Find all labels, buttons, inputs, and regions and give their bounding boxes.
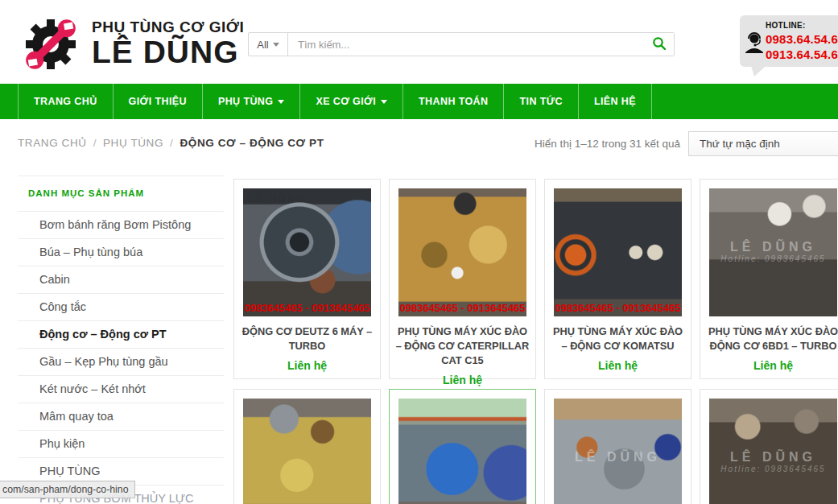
- product-card-hovered[interactable]: [389, 389, 536, 504]
- logo-text: PHỤ TÙNG CƠ GIỚI LÊ DŨNG: [92, 19, 244, 68]
- support-agent-icon: [744, 19, 766, 67]
- breadcrumb-section[interactable]: PHỤ TÙNG: [103, 137, 163, 149]
- nav-item-xe-co-gioi[interactable]: XE CƠ GIỚI: [300, 84, 403, 119]
- chevron-down-icon: [381, 100, 387, 104]
- hotline-phone-1[interactable]: 0983.64.54.65: [766, 31, 838, 47]
- nav-item-lien-he[interactable]: LIÊN HỆ: [579, 84, 652, 119]
- product-image[interactable]: [243, 399, 371, 504]
- sidebar-item-phu-kien[interactable]: Phụ kiện: [18, 431, 224, 458]
- main-nav: TRANG CHỦ GIỚI THIỆU PHỤ TÙNG XE CƠ GIỚI…: [0, 84, 838, 119]
- search-category-label: All: [257, 39, 268, 51]
- product-card[interactable]: LÊ DŨNG Hotline: 0983645465: [700, 389, 838, 504]
- breadcrumb: TRANG CHỦ/PHỤ TÙNG/ĐỘNG CƠ – ĐỘNG CƠ PT: [18, 137, 324, 149]
- search-category-dropdown[interactable]: All: [249, 33, 288, 56]
- sidebar-item-gau[interactable]: Gầu – Kẹp Phụ tùng gầu: [18, 349, 224, 376]
- breadcrumb-current: ĐỘNG CƠ – ĐỘNG CƠ PT: [180, 137, 324, 149]
- page: PHỤ TÙNG CƠ GIỚI LÊ DŨNG All: [0, 0, 838, 504]
- search-button[interactable]: [645, 33, 674, 56]
- product-image[interactable]: LÊ DŨNG: [554, 399, 682, 504]
- product-image[interactable]: 0983645465 - 0913645465: [554, 188, 682, 316]
- nav-item-gioi-thieu[interactable]: GIỚI THIỆU: [114, 84, 203, 119]
- sort-order-select[interactable]: Thứ tự mặc định: [688, 131, 838, 156]
- sidebar-item-cong-tac[interactable]: Công tắc: [18, 294, 224, 321]
- logo-tagline: PHỤ TÙNG CƠ GIỚI: [92, 19, 244, 36]
- product-title[interactable]: ĐỘNG CƠ DEUTZ 6 MÁY – TURBO: [234, 324, 380, 353]
- product-title[interactable]: PHỤ TÙNG MÁY XÚC ĐÀO – ĐỘNG CƠ KOMATSU: [545, 324, 691, 353]
- link-status-tooltip: com/san-pham/dong-co-hino: [0, 481, 135, 498]
- header: PHỤ TÙNG CƠ GIỚI LÊ DŨNG All: [0, 0, 838, 84]
- hotline-bubble: HOTLINE: 0983.64.54.65 0913.64.54.65: [740, 15, 838, 67]
- contact-link[interactable]: Liên hệ: [234, 359, 380, 372]
- search-bar: All: [248, 32, 675, 56]
- contact-link[interactable]: Liên hệ: [700, 359, 838, 372]
- sidebar-item-mam-quay-toa[interactable]: Mâm quay toa: [18, 403, 224, 431]
- sidebar-item-ket-nuoc[interactable]: Két nước – Két nhớt: [18, 376, 224, 403]
- product-card[interactable]: LÊ DŨNG 0983645465 - 0913645465 ĐỘNG CƠ …: [233, 179, 381, 379]
- product-card[interactable]: LÊ DŨNG: [544, 389, 691, 504]
- sidebar-item-bom-banh-rang[interactable]: Bơm bánh răng Bơm Pistông: [18, 212, 224, 239]
- product-card[interactable]: LÊ DŨNG Hotline: 0983645465 PHỤ TÙNG MÁY…: [700, 179, 838, 379]
- nav-item-trang-chu[interactable]: TRANG CHỦ: [18, 84, 114, 119]
- site-logo[interactable]: PHỤ TÙNG CƠ GIỚI LÊ DŨNG: [18, 10, 244, 77]
- search-icon: [652, 36, 667, 53]
- product-card[interactable]: [233, 389, 381, 504]
- sidebar-title: DANH MỤC SẢN PHẨM: [18, 176, 224, 212]
- chevron-down-icon: [273, 43, 279, 47]
- product-image[interactable]: LÊ DŨNG Hotline: 0983645465: [709, 188, 837, 316]
- hotline-phone-2[interactable]: 0913.64.54.65: [766, 47, 838, 62]
- category-sidebar: DANH MỤC SẢN PHẨM Bơm bánh răng Bơm Pist…: [18, 176, 224, 504]
- product-image[interactable]: LÊ DŨNG 0983645465 - 0913645465: [243, 188, 371, 316]
- product-image[interactable]: LÊ DŨNG Hotline: 0983645465: [709, 399, 837, 504]
- breadcrumb-home[interactable]: TRANG CHỦ: [18, 137, 87, 149]
- nav-item-tin-tuc[interactable]: TIN TỨC: [504, 84, 578, 119]
- contact-link[interactable]: Liên hệ: [390, 374, 535, 386]
- product-image[interactable]: 0983645465 - 0913645465: [398, 188, 526, 316]
- sidebar-item-dong-co[interactable]: Động cơ – Động cơ PT: [18, 321, 224, 349]
- product-grid: LÊ DŨNG 0983645465 - 0913645465 ĐỘNG CƠ …: [233, 179, 838, 504]
- product-card[interactable]: 0983645465 - 0913645465 PHỤ TÙNG MÁY XÚC…: [544, 179, 691, 379]
- logo-name: LÊ DŨNG: [92, 36, 244, 68]
- gear-wrench-logo-icon: [18, 10, 84, 77]
- nav-item-thanh-toan[interactable]: THANH TOÁN: [403, 84, 504, 119]
- chevron-down-icon: [278, 100, 284, 104]
- nav-item-phu-tung[interactable]: PHỤ TÙNG: [203, 84, 300, 119]
- product-title[interactable]: PHỤ TÙNG MÁY XÚC ĐÀO – ĐỘNG CƠ CATERPILL…: [390, 324, 535, 368]
- sidebar-item-cabin[interactable]: Cabin: [18, 266, 224, 294]
- sidebar-item-bua[interactable]: Búa – Phụ tùng búa: [18, 239, 224, 266]
- hotline-label: HOTLINE:: [766, 21, 838, 30]
- toolbar-row: TRANG CHỦ/PHỤ TÙNG/ĐỘNG CƠ – ĐỘNG CƠ PT …: [0, 119, 838, 176]
- search-input[interactable]: [288, 33, 645, 56]
- results-count: Hiển thị 1–12 trong 31 kết quả: [535, 138, 680, 150]
- contact-link[interactable]: Liên hệ: [545, 359, 691, 372]
- product-title[interactable]: PHỤ TÙNG MÁY XÚC ĐÀO ĐỘNG CƠ 6BD1 – TURB…: [700, 324, 838, 353]
- product-card[interactable]: 0983645465 - 0913645465 PHỤ TÙNG MÁY XÚC…: [389, 179, 536, 379]
- product-image[interactable]: [398, 399, 526, 504]
